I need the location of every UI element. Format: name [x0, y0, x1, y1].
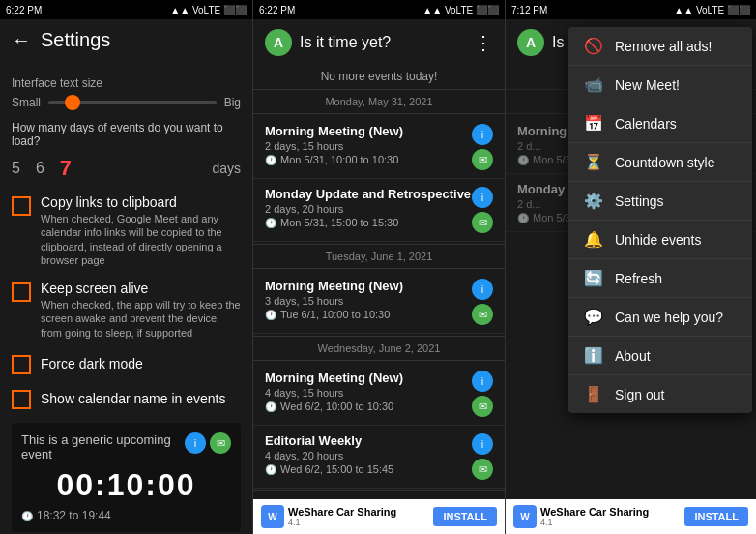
event-timer: 00:10:00 — [21, 467, 231, 503]
text-size-slider-track[interactable] — [48, 101, 217, 104]
event-card-3: Morning Meeting (New) 3 days, 15 hours 🕐… — [253, 271, 505, 334]
remove-ads-icon: 🚫 — [584, 37, 603, 55]
ad-banner: W WeShare Car Sharing 4.1 INSTALL — [253, 499, 505, 534]
chat-icon[interactable]: ✉ — [210, 432, 231, 454]
event-card-4: Morning Meeting (New) 4 days, 15 hours 🕐… — [253, 363, 505, 426]
unhide-icon: 🔔 — [584, 230, 603, 249]
ad-rating: 4.1 — [288, 518, 396, 527]
keep-screen-checkbox[interactable] — [12, 282, 31, 302]
event-duration-4: 4 days, 15 hours — [265, 387, 472, 399]
back-button[interactable]: ← — [12, 29, 31, 51]
info-icon-2[interactable]: i — [472, 187, 493, 208]
menu-label-unhide: Unhide events — [615, 232, 702, 248]
menu-label-help: Can we help you? — [615, 310, 723, 325]
event-card-5: Editorial Weekly 4 days, 20 hours 🕐 Wed … — [253, 426, 505, 489]
event-time-2: 🕐 Mon 5/31, 15:00 to 15:30 — [265, 217, 472, 228]
settings-header: ← Settings — [0, 19, 252, 61]
event-time-4: 🕐 Wed 6/2, 10:00 to 10:30 — [265, 400, 472, 412]
status-icons-1: ▲▲ VoLTE ⬛⬛ — [170, 5, 247, 15]
menu-item-settings[interactable]: ⚙️ Settings — [568, 182, 752, 221]
day-option-6[interactable]: 6 — [36, 160, 44, 177]
calendars-icon: 📅 — [584, 114, 603, 133]
menu-item-countdown[interactable]: ⏳ Countdown style — [568, 143, 752, 182]
calendar-header: A Is it time yet? ⋮ — [253, 19, 505, 66]
event-duration-1: 2 days, 15 hours — [265, 140, 472, 152]
ad-app-name: WeShare Car Sharing — [288, 506, 396, 518]
settings-icon: ⚙️ — [584, 192, 603, 210]
copy-links-item: Copy links to clipboard When checked, Go… — [12, 194, 241, 267]
ad-rating-2: 4.1 — [540, 518, 649, 527]
event-card-1: Morning Meeting (New) 2 days, 15 hours 🕐… — [253, 116, 505, 179]
event-title-2: Monday Update and Retrospective — [265, 187, 472, 201]
days-row: 5 6 7 days — [12, 156, 241, 181]
info-icon-4[interactable]: i — [472, 371, 493, 392]
clock-icon-3: 🕐 — [265, 310, 276, 320]
chat-icon-5[interactable]: ✉ — [472, 459, 493, 480]
status-bar-1: 6:22 PM ▲▲ VoLTE ⬛⬛ — [0, 0, 252, 19]
avatar: A — [265, 29, 292, 56]
small-label: Small — [12, 96, 41, 109]
menu-item-remove-ads[interactable]: 🚫 Remove all ads! — [568, 27, 752, 66]
force-dark-item: Force dark mode — [12, 353, 241, 374]
status-icons-3: ▲▲ VoLTE ⬛⬛ — [674, 5, 750, 15]
menu-item-unhide-events[interactable]: 🔔 Unhide events — [568, 221, 752, 259]
chat-icon-3[interactable]: ✉ — [472, 304, 493, 325]
event-time-3: 🕐 Tue 6/1, 10:00 to 10:30 — [265, 309, 472, 320]
event-title-1: Morning Meeting (New) — [265, 124, 472, 138]
chat-icon-4[interactable]: ✉ — [472, 396, 493, 417]
about-icon: ℹ️ — [584, 346, 603, 365]
menu-label-refresh: Refresh — [615, 271, 662, 286]
menu-label-signout: Sign out — [615, 387, 664, 402]
settings-panel: 6:22 PM ▲▲ VoLTE ⬛⬛ ← Settings Interface… — [0, 0, 252, 534]
event-preview-box: This is a generic upcoming event i ✉ 00:… — [12, 423, 241, 532]
keep-screen-desc: When checked, the app will try to keep t… — [41, 298, 241, 340]
chat-icon-1[interactable]: ✉ — [472, 149, 493, 170]
menu-item-signout[interactable]: 🚪 Sign out — [568, 375, 752, 413]
menu-item-calendars[interactable]: 📅 Calendars — [568, 104, 752, 143]
calendar-title: Is it time yet? — [300, 34, 391, 51]
info-icon[interactable]: i — [185, 432, 206, 454]
text-size-slider-thumb[interactable] — [65, 95, 80, 110]
interface-text-size-label: Interface text size — [12, 76, 241, 90]
clock-icon-5: 🕐 — [265, 464, 276, 475]
event-time-range: 🕐 18:32 to 19:44 — [21, 509, 231, 522]
menu-label-calendars: Calendars — [615, 116, 677, 132]
overflow-menu-button[interactable]: ⋮ — [474, 31, 493, 54]
refresh-icon: 🔄 — [584, 269, 603, 287]
countdown-icon: ⏳ — [584, 153, 603, 171]
day-option-7[interactable]: 7 — [60, 156, 72, 181]
copy-links-title: Copy links to clipboard — [41, 194, 241, 210]
days-question: How many days of events do you want to l… — [12, 121, 241, 148]
big-label: Big — [224, 96, 241, 109]
chat-icon-2[interactable]: ✉ — [472, 212, 493, 233]
date-sep-monday: Monday, May 31, 2021 — [253, 89, 505, 114]
calendar-overlay-panel: 7:12 PM ▲▲ VoLTE ⬛⬛ A Is it tim... ⋮ No.… — [505, 0, 756, 534]
info-icon-5[interactable]: i — [472, 433, 493, 455]
menu-item-about[interactable]: ℹ️ About — [568, 337, 752, 375]
copy-links-desc: When checked, Google Meet and any calend… — [41, 212, 241, 267]
copy-links-checkbox[interactable] — [12, 196, 31, 216]
settings-title: Settings — [41, 29, 110, 51]
menu-item-refresh[interactable]: 🔄 Refresh — [568, 259, 752, 298]
new-meet-icon: 📹 — [584, 75, 603, 94]
force-dark-checkbox[interactable] — [12, 355, 31, 374]
event-duration-3: 3 days, 15 hours — [265, 295, 472, 307]
ad-logo-2: W — [513, 505, 537, 528]
event-time-1: 🕐 Mon 5/31, 10:00 to 10:30 — [265, 154, 472, 165]
day-option-5[interactable]: 5 — [12, 160, 20, 177]
show-calendar-checkbox[interactable] — [12, 390, 31, 409]
info-icon-3[interactable]: i — [472, 279, 493, 300]
menu-label-remove-ads: Remove all ads! — [615, 39, 712, 54]
force-dark-label: Force dark mode — [41, 356, 143, 371]
status-time-2: 6:22 PM — [259, 5, 295, 15]
menu-label-new-meet: New Meet! — [615, 77, 680, 93]
menu-item-new-meet[interactable]: 📹 New Meet! — [568, 66, 752, 104]
ad-banner-2: W WeShare Car Sharing 4.1 INSTALL — [506, 499, 756, 534]
dropdown-menu: 🚫 Remove all ads! 📹 New Meet! 📅 Calendar… — [568, 27, 752, 413]
info-icon-1[interactable]: i — [472, 124, 493, 145]
install-button-2[interactable]: INSTALL — [684, 507, 748, 526]
menu-item-help[interactable]: 💬 Can we help you? — [568, 298, 752, 337]
install-button[interactable]: INSTALL — [433, 507, 497, 526]
event-card-2: Monday Update and Retrospective 2 days, … — [253, 179, 505, 242]
event-title-4: Morning Meeting (New) — [265, 371, 472, 385]
